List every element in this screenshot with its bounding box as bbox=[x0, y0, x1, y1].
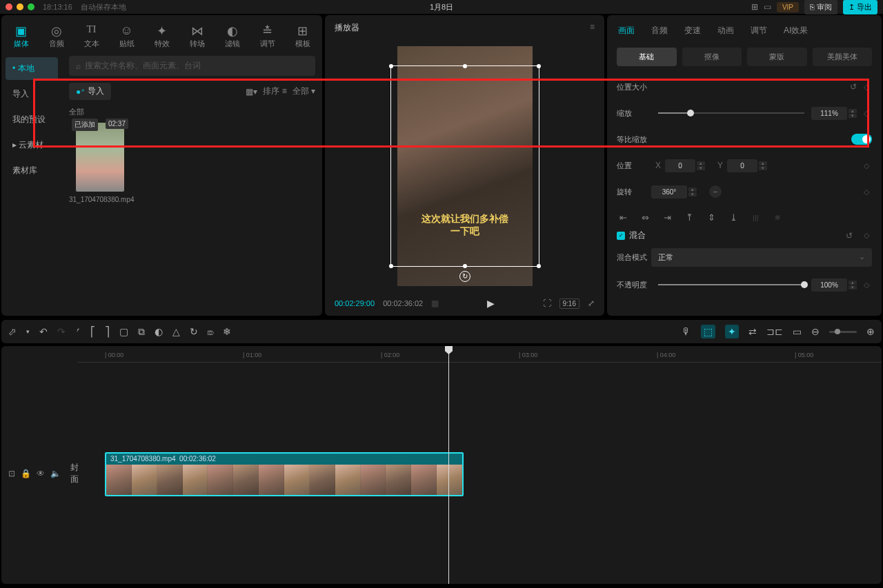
filter-all-button[interactable]: 全部 ▾ bbox=[292, 85, 315, 97]
safe-zone-icon[interactable]: ⛶ bbox=[543, 298, 551, 308]
align-top-icon[interactable]: ⤒ bbox=[683, 212, 695, 223]
link-icon[interactable]: ⇄ bbox=[748, 326, 757, 337]
prop-tab-audio[interactable]: 音频 bbox=[650, 22, 669, 39]
grid-toggle-icon[interactable]: ▦ bbox=[431, 298, 439, 308]
trim-right-icon[interactable]: ⎤ bbox=[105, 326, 110, 337]
delete-icon[interactable]: ▢ bbox=[119, 326, 128, 337]
aspect-ratio[interactable]: 9:16 bbox=[559, 298, 579, 309]
subtab-mask[interactable]: 蒙版 bbox=[747, 48, 807, 66]
rotation-spinner[interactable]: ▴▾ bbox=[688, 187, 697, 196]
rotation-reset-icon[interactable]: − bbox=[709, 185, 722, 198]
zoom-slider[interactable] bbox=[829, 331, 857, 333]
sidebar-item-import[interactable]: 导入 bbox=[6, 83, 58, 105]
keyframe-icon[interactable]: ◇ bbox=[861, 281, 872, 290]
reverse-icon[interactable]: ◐ bbox=[155, 326, 163, 337]
sidebar-item-library[interactable]: 素材库 bbox=[6, 159, 58, 182]
keyframe-icon[interactable]: ◇ bbox=[861, 231, 872, 240]
undo-icon[interactable]: ↶ bbox=[39, 326, 48, 337]
freeze-icon[interactable]: ❄ bbox=[223, 326, 231, 337]
layout-icon[interactable]: ⊞ bbox=[751, 2, 758, 12]
mic-icon[interactable]: 🎙 bbox=[682, 326, 691, 337]
prop-tab-picture[interactable]: 画面 bbox=[617, 22, 636, 39]
player-menu-icon[interactable]: ≡ bbox=[590, 22, 595, 34]
rotation-input[interactable]: 360° bbox=[651, 185, 687, 199]
keyframe-icon[interactable]: ◇ bbox=[861, 109, 872, 118]
scale-slider[interactable] bbox=[658, 112, 804, 114]
tab-template[interactable]: ⊞模板 bbox=[286, 21, 319, 52]
timeline-ruler[interactable]: | 00:00 | 01:00 | 02:00 | 03:00 | 04:00 … bbox=[77, 346, 882, 363]
distribute-h-icon[interactable]: ⫼ bbox=[749, 212, 762, 223]
preview-icon[interactable]: ▭ bbox=[793, 326, 802, 337]
keyframe-icon[interactable]: ◇ bbox=[861, 187, 872, 196]
rotate-handle[interactable]: ↻ bbox=[459, 271, 470, 282]
sidebar-item-local[interactable]: • 本地 bbox=[6, 57, 58, 80]
reset-icon[interactable]: ↺ bbox=[846, 231, 853, 241]
pos-x-spinner[interactable]: ▴▾ bbox=[697, 161, 705, 170]
track-expand-icon[interactable]: ⊡ bbox=[8, 469, 15, 478]
play-button[interactable]: ▶ bbox=[487, 298, 495, 309]
cursor-tool-icon[interactable]: ⬀ bbox=[8, 326, 17, 337]
blend-mode-select[interactable]: 正常⌄ bbox=[651, 248, 872, 267]
rotate-icon[interactable]: ↻ bbox=[190, 326, 198, 337]
vip-badge[interactable]: VIP bbox=[777, 2, 799, 12]
reset-icon[interactable]: ↺ bbox=[850, 82, 857, 92]
tab-sticker[interactable]: ☺贴纸 bbox=[110, 21, 143, 52]
prop-tab-ai[interactable]: AI效果 bbox=[782, 22, 809, 39]
mirror-icon[interactable]: △ bbox=[172, 326, 180, 337]
align-center-h-icon[interactable]: ⇔ bbox=[639, 212, 651, 223]
align-right-icon[interactable]: ⇥ bbox=[661, 212, 673, 223]
prop-tab-speed[interactable]: 变速 bbox=[683, 22, 702, 39]
blend-checkbox[interactable]: ✓ bbox=[617, 232, 625, 240]
cursor-dropdown-icon[interactable]: ▾ bbox=[26, 328, 30, 335]
pos-y-input[interactable]: 0 bbox=[727, 159, 757, 172]
opacity-slider[interactable] bbox=[658, 284, 804, 285]
tab-filter[interactable]: ◐滤镜 bbox=[215, 21, 249, 52]
align-bottom-icon[interactable]: ⤓ bbox=[727, 212, 740, 223]
track-area[interactable]: 31_1704708380.mp4 00:02:36:02 bbox=[77, 363, 882, 584]
selection-box[interactable] bbox=[390, 65, 539, 267]
video-preview[interactable]: 这次就让我们多补偿一下吧 ↻ bbox=[397, 46, 533, 286]
grid-view-button[interactable]: ▦▾ bbox=[246, 87, 257, 97]
track-lock-icon[interactable]: 🔒 bbox=[21, 469, 31, 478]
opacity-value[interactable]: 100% bbox=[811, 278, 847, 292]
zoom-out-icon[interactable]: ⊖ bbox=[811, 326, 820, 337]
import-button[interactable]: ●⁺导入 bbox=[69, 83, 111, 100]
playhead[interactable] bbox=[448, 347, 449, 584]
media-clip[interactable]: 已添加 02:37 31_1704708380.mp4 bbox=[69, 123, 131, 203]
search-input[interactable]: ⌕ 搜索文件名称、画面元素、台词 bbox=[69, 56, 315, 76]
prop-tab-adjust[interactable]: 调节 bbox=[749, 22, 768, 39]
align-left-icon[interactable]: ⇤ bbox=[617, 212, 629, 223]
prop-tab-anim[interactable]: 动画 bbox=[716, 22, 735, 39]
tab-transition[interactable]: ⋈转场 bbox=[180, 21, 214, 52]
pos-y-spinner[interactable]: ▴▾ bbox=[759, 161, 767, 170]
tab-audio[interactable]: ◎音频 bbox=[39, 21, 73, 52]
panel-icon[interactable]: ▭ bbox=[764, 2, 771, 12]
tab-adjust[interactable]: ≛调节 bbox=[250, 21, 284, 52]
snap-aux-icon[interactable]: ✦ bbox=[725, 325, 739, 338]
maximize-window[interactable] bbox=[28, 3, 34, 10]
track-visible-icon[interactable]: 👁 bbox=[37, 469, 45, 478]
sidebar-item-presets[interactable]: 我的预设 bbox=[6, 108, 58, 131]
track-mute-icon[interactable]: 🔈 bbox=[50, 469, 61, 478]
tab-media[interactable]: ▣媒体 bbox=[4, 21, 38, 52]
keyframe-icon[interactable]: ◇ bbox=[861, 161, 872, 170]
export-button[interactable]: ↥ 导出 bbox=[843, 0, 877, 14]
distribute-v-icon[interactable]: ≡ bbox=[771, 212, 784, 223]
scale-spinner[interactable]: ▴▾ bbox=[849, 109, 857, 118]
close-window[interactable] bbox=[6, 3, 12, 10]
split-icon[interactable]: ⎖ bbox=[75, 326, 81, 337]
timeline-clip[interactable]: 31_1704708380.mp4 00:02:36:02 bbox=[105, 452, 464, 496]
align-center-v-icon[interactable]: ⇕ bbox=[705, 212, 717, 223]
magnet-icon[interactable]: ⊐⊏ bbox=[766, 326, 783, 337]
zoom-in-icon[interactable]: ⊕ bbox=[866, 326, 875, 337]
keyframe-icon[interactable]: ◇ bbox=[861, 83, 872, 92]
minimize-window[interactable] bbox=[17, 3, 23, 10]
copy-icon[interactable]: ⧉ bbox=[138, 326, 145, 338]
crop-icon[interactable]: ⎄ bbox=[208, 326, 213, 337]
trim-left-icon[interactable]: ⎡ bbox=[90, 326, 95, 337]
sort-button[interactable]: 排序 ≡ bbox=[263, 85, 286, 97]
tab-effect[interactable]: ✦特效 bbox=[145, 21, 179, 52]
subtab-basic[interactable]: 基础 bbox=[617, 48, 677, 66]
uniform-scale-toggle[interactable] bbox=[851, 134, 872, 145]
snap-main-icon[interactable]: ⬚ bbox=[701, 325, 715, 338]
